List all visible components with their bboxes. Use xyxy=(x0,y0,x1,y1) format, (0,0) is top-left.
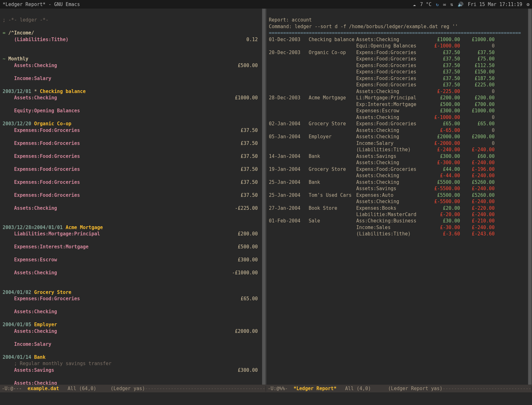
scrollbar[interactable] xyxy=(528,9,532,384)
report-row: 01-Feb-2004SaleAss:Checking:Business£30.… xyxy=(269,218,529,224)
report-row: Assets:Checking£-300.00£-240.00 xyxy=(269,159,529,166)
report-row: Expenses:Escrow£300.00£1000.00 xyxy=(269,108,529,114)
rule-line: ========================================… xyxy=(269,30,521,36)
mail-icon[interactable]: ✉ xyxy=(443,2,446,7)
report-row: 05-Jan-2004EmployerAssets:Checking£2000.… xyxy=(269,134,529,140)
report-row: Income:Sales£-30.00£-240.00 xyxy=(269,224,529,231)
report-row: Expens:Food:Groceries£37.50£112.50 xyxy=(269,62,529,69)
report-row: 27-Jan-2004Book StoreExpenses:Books£20.0… xyxy=(269,205,529,211)
system-tray: ☁ 7 °C ↻ ✉ ⇅ 🔊 Fri 15 Mar 17:11:19 ⚙ xyxy=(413,2,529,7)
top-panel: *Ledger Report* - GNU Emacs ☁ 7 °C ↻ ✉ ⇅… xyxy=(0,0,532,9)
report-row: Liabilitie:MasterCard£-20.00£-240.00 xyxy=(269,211,529,218)
report-row: Expens:Food:Groceries£37.50£225.00 xyxy=(269,82,529,88)
refresh-icon[interactable]: ↻ xyxy=(436,2,439,7)
minibuffer[interactable] xyxy=(0,392,532,405)
ledger-source-buffer[interactable]: ; -*- ledger -*- = /^Income/ (Liabilitie… xyxy=(0,9,266,384)
modeline-comment: ; -*- ledger -*- xyxy=(3,17,48,23)
settings-icon[interactable]: ⚙ xyxy=(527,2,529,7)
report-row: Assets:Checking£-65.000 xyxy=(269,127,529,134)
report-row: Exp:Interest:Mortgage£500.00£700.00 xyxy=(269,101,529,108)
report-row: Assets:Savings£-5500.00£-240.00 xyxy=(269,185,529,192)
report-row: 25-Jan-2004BankAssets:Checking£5500.00£5… xyxy=(269,179,529,185)
report-row: 14-Jan-2004BankAssets:Savings£300.00£60.… xyxy=(269,153,529,159)
report-row: 25-Jan-2004Tom's Used CarsExpenses:Auto£… xyxy=(269,192,529,198)
ledger-report-buffer[interactable]: Report: account Command: ledger --sort d… xyxy=(266,9,532,384)
report-row: Assets:Checking£-225.000 xyxy=(269,88,529,95)
window-title: *Ledger Report* - GNU Emacs xyxy=(3,2,80,7)
report-row: Assets:Checking£-44.00£-240.00 xyxy=(269,172,529,179)
clock: Fri 15 Mar 17:11:19 xyxy=(468,2,522,7)
report-row: Assets:Checking£-5500.00£-240.00 xyxy=(269,198,529,205)
scrollbar[interactable] xyxy=(262,9,266,384)
weather-temp: 7 °C xyxy=(420,2,432,7)
report-row: Expens:Food:Groceries£37.50£187.50 xyxy=(269,75,529,82)
report-row: Expens:Food:Groceries£37.50£150.00 xyxy=(269,69,529,75)
report-row: 02-Jan-2004Grocery StoreExpens:Food:Groc… xyxy=(269,121,529,127)
report-row: Income:Salary£-2000.000 xyxy=(269,140,529,146)
report-row: 20-Dec-2003Organic Co-opExpens:Food:Groc… xyxy=(269,49,529,56)
modeline-left[interactable]: -U:@--- example.dat All (64,0) (Ledger y… xyxy=(0,386,266,391)
report-row: 01-Dec-2003Checking balanceAssets:Checki… xyxy=(269,36,529,43)
report-row: 28-Dec-2003Acme MortgageLi:Mortgage:Prin… xyxy=(269,95,529,101)
report-row: 19-Jan-2004Grocery StoreExpens:Food:Groc… xyxy=(269,166,529,172)
modeline-right[interactable]: -U:@%%- *Ledger Report* All (4,0) (Ledge… xyxy=(266,386,532,391)
network-icon[interactable]: ⇅ xyxy=(450,2,453,7)
volume-icon[interactable]: 🔊 xyxy=(458,2,464,7)
report-row: (Liabilities:Tithe)£-240.00£-240.00 xyxy=(269,146,529,153)
report-header: Report: account xyxy=(269,17,312,23)
report-row: Assets:Checking£-1000.000 xyxy=(269,114,529,121)
report-row: (Liabilities:Tithe)£-3.60£-243.60 xyxy=(269,231,529,237)
report-command: Command: ledger --sort d -f /home/borbus… xyxy=(269,24,458,29)
modeline-row: -U:@--- example.dat All (64,0) (Ledger y… xyxy=(0,385,532,393)
report-body: 01-Dec-2003Checking balanceAssets:Checki… xyxy=(269,36,529,237)
report-row: Expens:Food:Groceries£37.50£75.00 xyxy=(269,56,529,62)
report-row: Equi:Opening Balances£-1000.000 xyxy=(269,43,529,49)
weather-icon: ☁ xyxy=(413,2,416,7)
